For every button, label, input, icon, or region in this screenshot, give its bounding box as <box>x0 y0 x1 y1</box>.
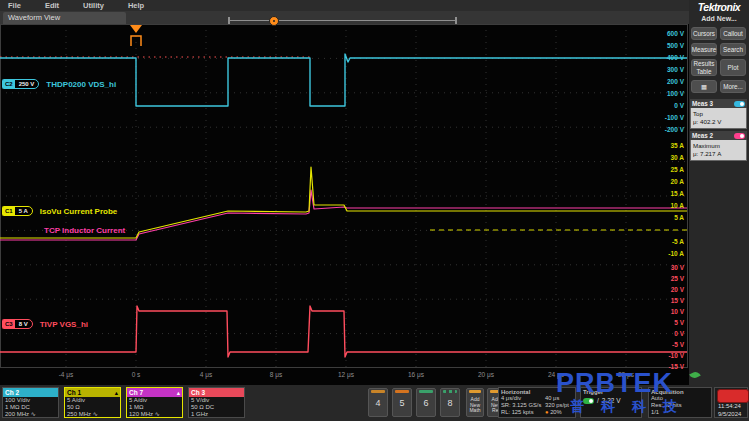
horizontal-title: Horizontal <box>499 388 575 395</box>
channel-badge-ch3[interactable]: Ch 35 V/div50 Ω DC1 GHz <box>188 387 245 418</box>
run-clock-block: 11:54:24 9/5/2024 <box>714 387 748 418</box>
ch3-scale-tick: 10 V <box>642 308 684 315</box>
channel-badge-name: Ch 1 <box>67 388 81 397</box>
acquisition-title: Acquisition <box>649 388 711 395</box>
horizontal-badge[interactable]: Horizontal 4 μs/div40 μs SR: 3.125 GS/s3… <box>498 387 576 418</box>
meas-3-toggle[interactable] <box>734 101 745 107</box>
meas-3-badge[interactable]: Meas 3 Top μ: 402.2 V <box>690 99 747 129</box>
ch3-scale-tick: 25 V <box>642 275 684 282</box>
results-table-button[interactable]: Results Table <box>691 59 717 76</box>
histogram-icon-button[interactable]: ▦ <box>691 80 717 93</box>
clipping-arrow-icon: ▴ <box>115 388 118 397</box>
measure-button[interactable]: Measure <box>691 43 717 56</box>
ch1-scale-tick: -5 A <box>642 238 684 245</box>
time-axis-tick: 8 μs <box>258 371 294 378</box>
plot-button[interactable]: Plot <box>720 59 746 76</box>
channel-scale-value: 250 V <box>15 80 39 88</box>
waveform-canvas <box>0 0 689 385</box>
channel-badge-line: 200 MHz ∿ <box>3 411 58 418</box>
bracket-right-cap[interactable] <box>455 17 457 24</box>
channel-badge-line: 100 V/div <box>3 397 58 404</box>
ch2-scale-tick: -200 V <box>642 126 684 133</box>
trigger-position-dot[interactable] <box>269 16 279 26</box>
ch1-scale-tick: 20 A <box>642 178 684 185</box>
time-axis-tick: 24 μs <box>538 371 574 378</box>
channel-color-stripe <box>371 390 385 393</box>
channel-id: C1 <box>3 207 15 215</box>
ch1-scale-tick: 35 A <box>642 142 684 149</box>
trigger-pct: ● 20% <box>545 409 573 416</box>
channel-badge-line: 1 GHz <box>189 411 244 418</box>
channel-handle-badge[interactable]: C38 V <box>2 319 33 329</box>
meas-2-badge[interactable]: Meas 2 Maximum μ: 7.217 A <box>690 131 747 161</box>
ch3-vgs-trace <box>0 306 687 357</box>
ch2-scale-tick: 500 V <box>642 42 684 49</box>
acquisition-mode: Auto <box>651 395 695 402</box>
channel-handle-badge[interactable]: C2250 V <box>2 79 39 89</box>
channel-badge-line: 250 MHz ∿ <box>65 411 120 418</box>
channel-id: C3 <box>3 320 15 328</box>
trace-label-row: C2250 VTHDP0200 VDS_hi <box>2 79 116 89</box>
callout-button[interactable]: Callout <box>720 27 746 40</box>
cursors-button[interactable]: Cursors <box>691 27 717 40</box>
channel-6-button[interactable]: 6 <box>416 388 436 417</box>
channel-badge-header: Ch 1▴ <box>65 388 120 397</box>
tab-waveform-view[interactable]: Waveform View <box>3 12 126 24</box>
bracket-left-cap[interactable] <box>228 17 230 24</box>
menu-help[interactable]: Help <box>128 1 144 10</box>
bottom-bar: Ch 2100 V/div1 MΩ DC200 MHz ∿Ch 1▴5 A/di… <box>0 385 749 421</box>
channel-4-button[interactable]: 4 <box>368 388 388 417</box>
bracket-bar <box>228 20 457 21</box>
ch3-scale-tick: 20 V <box>642 286 684 293</box>
meas-3-name: Meas 3 <box>692 100 713 107</box>
meas-2-toggle[interactable] <box>734 133 745 139</box>
acquisition-window-bracket[interactable] <box>228 16 457 25</box>
menu-utility[interactable]: Utility <box>83 1 104 10</box>
ch3-scale-tick: -15 V <box>642 363 684 370</box>
time-axis-tick: 20 μs <box>468 371 504 378</box>
ch3-scale-tick: 5 V <box>642 319 684 326</box>
channel-scale-value: 8 V <box>15 320 32 328</box>
run-stop-button[interactable] <box>717 389 749 403</box>
channel-handle-badge[interactable]: C15 A <box>2 206 33 216</box>
trace-name-label: THDP0200 VDS_hi <box>46 80 116 89</box>
ch1-scale-tick: 5 A <box>642 214 684 221</box>
meas-3-value: μ: 402.2 V <box>693 118 744 126</box>
channel-color-stripe <box>419 390 433 393</box>
menu-file[interactable]: File <box>8 1 21 10</box>
clock-time: 11:54:24 <box>715 402 747 410</box>
channel-badge-ch7[interactable]: Ch 7▴5 A/div1 MΩ120 MHz ∿ <box>126 387 183 418</box>
channel-5-button[interactable]: 5 <box>392 388 412 417</box>
add-new-math-button[interactable]: Add New Math <box>466 388 484 417</box>
channel-badge-header: Ch 7▴ <box>127 388 182 397</box>
trigger-pct-dot-icon: ● <box>545 409 549 415</box>
trigger-t-marker[interactable] <box>130 25 142 33</box>
add-new-label: Add New... <box>689 15 749 22</box>
tektronix-logo: Tektronix <box>689 1 749 13</box>
channel-badge-ch1[interactable]: Ch 1▴5 A/div50 Ω250 MHz ∿ <box>64 387 121 418</box>
record-length: RL: 125 kpts <box>501 409 545 416</box>
ch2-scale-tick: 300 V <box>642 66 684 73</box>
menu-edit[interactable]: Edit <box>45 1 59 10</box>
acquisition-resolution: Res: 12 bits <box>651 402 695 409</box>
search-button[interactable]: Search <box>720 43 746 56</box>
trace-name-label: TCP Inductor Current <box>44 226 125 235</box>
channel-badge-line: 50 Ω DC <box>189 404 244 411</box>
channel-8-button[interactable]: 8 <box>440 388 460 417</box>
trigger-badge[interactable]: Trigger / 2.22 V <box>580 387 642 418</box>
channel-color-stripe <box>443 390 457 393</box>
horizontal-span: 40 μs <box>545 395 573 402</box>
ch1-scale-tick: 25 A <box>642 166 684 173</box>
channel-badge-name: Ch 7 <box>129 388 143 397</box>
trigger-handle-icon[interactable] <box>131 36 141 46</box>
ch1-scale-tick: 10 A <box>642 202 684 209</box>
trigger-level: 2.22 V <box>602 397 621 404</box>
channel-badge-ch2[interactable]: Ch 2100 V/div1 MΩ DC200 MHz ∿ <box>2 387 59 418</box>
more-button[interactable]: More... <box>720 80 746 93</box>
ch2-scale-tick: 100 V <box>642 90 684 97</box>
trigger-title: Trigger <box>581 388 641 395</box>
trigger-toggle[interactable] <box>583 398 594 404</box>
meas-3-stat: Top <box>693 110 744 118</box>
acquisition-badge[interactable]: Acquisition Auto Res: 12 bits 1/1 <box>648 387 712 418</box>
add-button-stripe <box>469 390 481 393</box>
